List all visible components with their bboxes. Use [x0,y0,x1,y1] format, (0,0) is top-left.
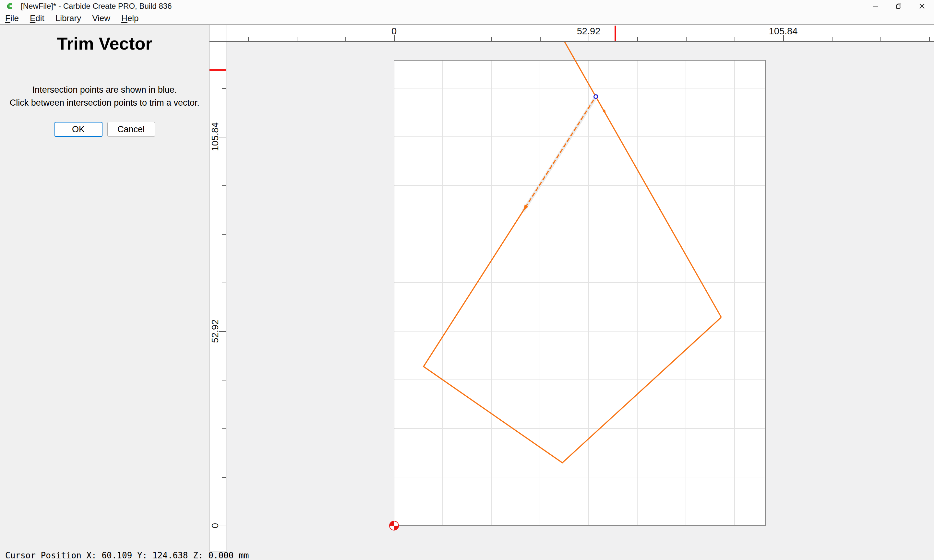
h-ruler-tick [686,37,687,41]
v-ruler-label: 105.84 [210,123,220,151]
horizontal-ruler: 052.92105.84 [210,25,934,42]
app-logo-icon [6,2,14,10]
menu-file[interactable]: File [5,13,19,23]
v-ruler-tick [222,380,226,380]
v-ruler-label: 52.92 [210,320,220,343]
cursor-x-marker [615,26,616,41]
origin-marker-quadrant [394,526,399,530]
window-title: [NewFile]* - Carbide Create PRO, Build 8… [21,0,172,12]
v-ruler-label: 0 [210,523,220,528]
origin-marker-quadrant [390,521,394,526]
h-ruler-tick [637,37,638,41]
v-ruler-tick [222,234,226,235]
restore-button[interactable] [889,0,908,12]
trim-vector-panel: Trim Vector Intersection points are show… [0,25,210,551]
h-ruler-tick [248,37,249,41]
instruction-line: Click between intersection points to tri… [10,96,199,109]
vertical-ruler: 105.8452.920 [210,42,227,552]
titlebar: [NewFile]* - Carbide Create PRO, Build 8… [0,0,934,12]
h-ruler-tick [929,37,930,41]
h-ruler-tick [832,37,832,41]
stock-area [394,60,765,526]
caption-buttons [866,0,931,12]
h-ruler-tick [443,37,443,41]
cursor-y-marker [210,69,226,71]
menubar: FileEditLibraryViewHelp [0,12,934,25]
menu-library[interactable]: Library [55,13,81,23]
intersection-point[interactable] [594,95,598,98]
ruler-corner [210,25,227,41]
v-ruler-tick [222,185,226,186]
h-ruler-tick [345,37,346,41]
h-ruler-tick [297,37,297,41]
cursor-position: Cursor Position X: 60.109 Y: 124.638 Z: … [5,551,249,560]
h-ruler-label: 52.92 [577,26,601,37]
minimize-button[interactable] [866,0,885,12]
close-button[interactable] [913,0,931,12]
app-window: [NewFile]* - Carbide Create PRO, Build 8… [0,0,934,560]
h-ruler-tick [540,37,541,41]
v-ruler-tick [222,283,226,283]
panel-instructions: Intersection points are shown in blue. C… [10,83,199,109]
h-ruler-tick [880,37,881,41]
design-canvas[interactable] [227,42,934,551]
h-ruler-tick [735,37,735,41]
statusbar: Cursor Position X: 60.109 Y: 124.638 Z: … [0,551,934,560]
h-ruler-tick [491,37,492,41]
v-ruler-tick [222,428,226,429]
panel-title: Trim Vector [57,33,152,54]
ok-button[interactable]: OK [54,122,102,137]
h-ruler-label: 0 [391,26,397,37]
instruction-line: Intersection points are shown in blue. [10,83,199,96]
menu-view[interactable]: View [92,13,110,23]
v-ruler-tick [222,88,226,89]
menu-help[interactable]: Help [121,13,139,23]
v-ruler-tick [222,477,226,478]
cancel-button[interactable]: Cancel [107,122,155,137]
menu-edit[interactable]: Edit [30,13,45,23]
h-ruler-label: 105.84 [769,26,798,37]
